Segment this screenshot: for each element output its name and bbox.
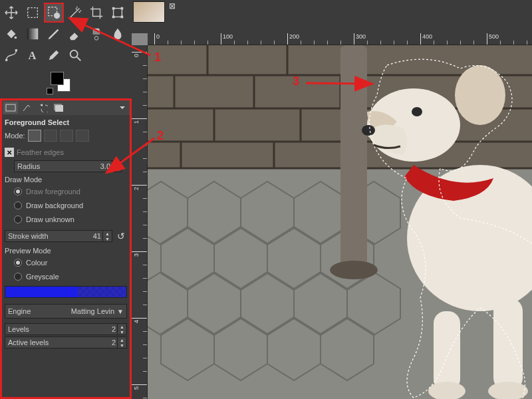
stroke-label: Stroke width <box>5 232 93 240</box>
tool-options-panel: Foreground Select Mode: ✕ Feather edges … <box>0 98 132 399</box>
radius-label: Radius <box>15 162 100 170</box>
dock-tab-undo[interactable] <box>35 102 50 114</box>
smudge-tool-icon[interactable] <box>108 24 128 44</box>
image-canvas[interactable] <box>148 45 532 399</box>
levels-spinner[interactable]: Levels 2 ▲▼ <box>5 323 127 335</box>
wand-tool-icon[interactable] <box>65 3 85 23</box>
gradient-tool-icon[interactable] <box>23 24 43 44</box>
svg-point-11 <box>94 37 98 40</box>
svg-rect-4 <box>112 7 115 10</box>
active-levels-label: Active levels <box>5 338 112 346</box>
levels-label: Levels <box>5 325 112 333</box>
svg-point-13 <box>15 49 18 52</box>
draw-foreground-label: Draw foreground <box>26 188 80 196</box>
mode-row: Mode: <box>5 130 127 142</box>
zoom-tool-icon[interactable] <box>65 45 85 65</box>
feather-checkbox[interactable]: ✕ <box>5 148 14 157</box>
draw-unknown-radio[interactable]: Draw unknown <box>5 213 127 225</box>
svg-point-12 <box>5 59 8 62</box>
options-body: Foreground Select Mode: ✕ Feather edges … <box>2 115 130 397</box>
canvas-area: ⊠ 0100200300400500 012345 <box>132 0 532 399</box>
svg-rect-3 <box>114 9 122 17</box>
preview-color-swatch[interactable] <box>5 286 127 298</box>
draw-background-radio[interactable]: Draw background <box>5 200 127 211</box>
svg-point-35 <box>330 261 378 279</box>
svg-rect-6 <box>112 16 115 19</box>
fg-color-swatch[interactable] <box>51 72 64 85</box>
svg-rect-41 <box>434 311 460 391</box>
preview-colour-label: Colour <box>26 259 47 267</box>
levels-value: 2 <box>112 325 117 333</box>
svg-rect-7 <box>121 16 124 19</box>
dock-tab-device[interactable] <box>19 102 34 114</box>
crop-tool-icon[interactable] <box>86 3 106 23</box>
move-tool-icon[interactable] <box>1 3 21 23</box>
radio-icon <box>14 273 22 281</box>
preview-mode-label: Preview Mode <box>5 247 127 255</box>
stroke-width-spinner[interactable]: Stroke width 41 ▲▼ <box>5 230 112 242</box>
stroke-value: 41 <box>93 232 102 240</box>
mode-replace-button[interactable] <box>28 130 41 142</box>
engine-label: Engine <box>8 307 31 315</box>
feather-label: Feather edges <box>17 148 64 156</box>
mode-intersect-button[interactable] <box>76 130 89 142</box>
active-levels-spinner[interactable]: Active levels 2 ▲▼ <box>5 336 127 348</box>
color-picker-tool-icon[interactable] <box>44 45 64 65</box>
svg-text:A: A <box>29 49 37 62</box>
path-tool-icon[interactable] <box>1 45 21 65</box>
eraser-tool-icon[interactable] <box>65 24 85 44</box>
dock-tabs <box>2 100 130 115</box>
draw-foreground-radio[interactable]: Draw foreground <box>5 186 127 198</box>
preview-greyscale-label: Greyscale <box>26 273 59 281</box>
clone-tool-icon[interactable] <box>86 24 106 44</box>
transform-tool-icon[interactable] <box>108 3 128 23</box>
svg-rect-0 <box>28 8 38 18</box>
svg-rect-42 <box>493 298 523 391</box>
feather-row: ✕ Feather edges <box>5 146 127 158</box>
radius-spinner[interactable]: Radius 3.0 ▲▼ <box>14 160 122 172</box>
up-icon: ▲ <box>112 161 121 166</box>
reset-stroke-icon[interactable]: ↺ <box>115 230 127 242</box>
down-icon: ▼ <box>112 166 121 172</box>
svg-rect-9 <box>27 29 39 40</box>
image-thumbnail[interactable] <box>133 1 165 23</box>
panel-title: Foreground Select <box>5 117 127 128</box>
svg-point-39 <box>362 125 375 136</box>
close-image-icon[interactable]: ⊠ <box>168 1 177 11</box>
color-swatches[interactable] <box>0 72 132 97</box>
radius-value: 3.0 <box>100 162 112 170</box>
svg-point-8 <box>15 37 17 39</box>
draw-unknown-label: Draw unknown <box>26 215 74 223</box>
bucket-tool-icon[interactable] <box>1 24 21 44</box>
pencil-tool-icon[interactable] <box>44 24 64 44</box>
left-panel: A Foreground Select Mode: <box>0 0 132 399</box>
preview-greyscale-radio[interactable]: Greyscale <box>5 271 127 283</box>
dock-tab-tool-options[interactable] <box>3 102 18 114</box>
dock-menu-icon[interactable] <box>116 102 128 114</box>
svg-rect-10 <box>93 31 100 35</box>
dock-tab-images[interactable] <box>51 102 66 114</box>
ruler-vertical[interactable]: 012345 <box>132 45 148 399</box>
text-tool-icon[interactable]: A <box>23 45 43 65</box>
ruler-horizontal[interactable]: 0100200300400500 <box>148 33 532 45</box>
svg-point-2 <box>54 13 60 19</box>
rectangle-select-tool-icon[interactable] <box>23 3 43 23</box>
engine-value: Matting Levin <box>31 307 117 315</box>
draw-background-label: Draw background <box>26 201 83 209</box>
preview-colour-radio[interactable]: Colour <box>5 257 127 269</box>
mode-subtract-button[interactable] <box>60 130 73 142</box>
swap-colors-icon[interactable] <box>47 88 53 94</box>
svg-point-40 <box>412 107 422 116</box>
svg-rect-16 <box>6 104 15 111</box>
thumbnail-bar: ⊠ <box>132 0 532 33</box>
mode-label: Mode: <box>5 132 25 140</box>
toolbox: A <box>0 0 132 68</box>
mode-add-button[interactable] <box>44 130 57 142</box>
engine-dropdown[interactable]: Engine Matting Levin ▼ <box>5 304 127 319</box>
radio-icon <box>14 188 22 196</box>
draw-mode-label: Draw Mode <box>5 176 127 184</box>
svg-rect-5 <box>121 7 124 10</box>
radio-icon <box>14 259 22 267</box>
radio-icon <box>14 215 22 223</box>
foreground-select-tool-icon[interactable] <box>44 3 64 23</box>
